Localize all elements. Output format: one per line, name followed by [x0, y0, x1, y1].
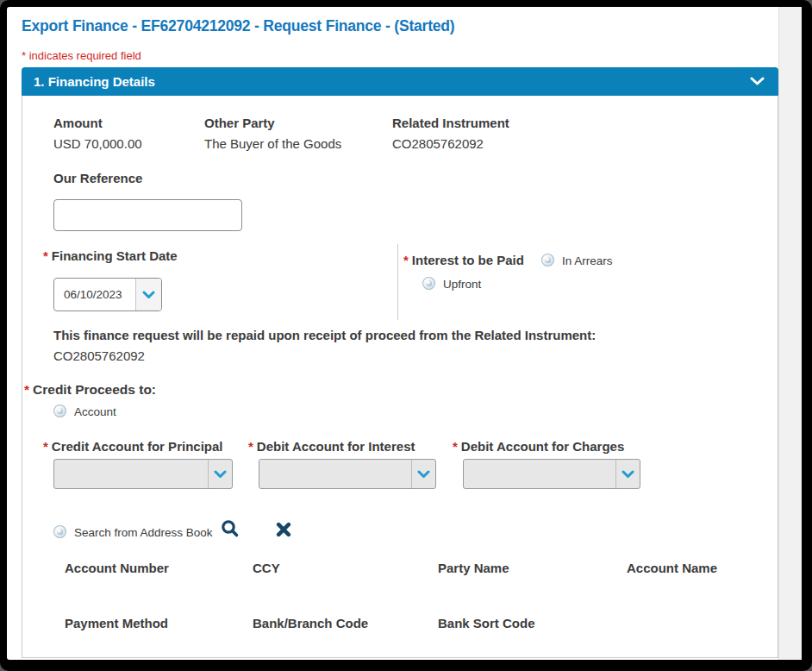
interest-to-be-paid-label: *Interest to be Paid: [403, 253, 524, 267]
party-name-label: Party Name: [438, 561, 509, 575]
related-instrument-value: CO2805762092: [392, 136, 484, 151]
section-header-financing-details[interactable]: 1. Financing Details: [22, 67, 778, 96]
repayment-note-instrument: CO2805762092: [53, 348, 145, 363]
required-asterisk: *: [24, 382, 29, 397]
radio-account-label[interactable]: Account: [74, 405, 116, 418]
financing-start-date-select[interactable]: 06/10/2023: [53, 278, 162, 311]
our-reference-label: Our Reference: [53, 171, 142, 185]
scroll-gutter[interactable]: [778, 7, 802, 660]
related-instrument-label: Related Instrument: [392, 116, 509, 130]
required-asterisk: *: [43, 248, 48, 263]
amount-label: Amount: [53, 116, 103, 130]
chevron-down-icon[interactable]: [615, 460, 640, 488]
chevron-down-icon[interactable]: [135, 279, 161, 310]
debit-account-charges-label: *Debit Account for Charges: [453, 439, 624, 454]
required-field-note: * indicates required field: [22, 49, 141, 62]
other-party-label: Other Party: [204, 116, 275, 130]
credit-account-principal-label: *Credit Account for Principal: [43, 439, 222, 454]
other-party-value: The Buyer of the Goods: [204, 136, 341, 151]
page-title: Export Finance - EF62704212092 - Request…: [22, 17, 454, 35]
amount-value: USD 70,000.00: [53, 136, 142, 151]
chevron-down-icon[interactable]: [411, 460, 435, 488]
credit-account-principal-select[interactable]: [53, 459, 233, 489]
debit-account-interest-label: *Debit Account for Interest: [248, 439, 415, 454]
radio-in-arrears-label[interactable]: In Arrears: [562, 254, 613, 267]
debit-account-interest-select[interactable]: [259, 459, 436, 489]
bank-branch-code-label: Bank/Branch Code: [253, 616, 368, 630]
clear-icon[interactable]: [276, 522, 291, 540]
bank-sort-code-label: Bank Sort Code: [438, 616, 535, 630]
credit-proceeds-label: *Credit Proceeds to:: [24, 382, 156, 398]
section-title: 1. Financing Details: [34, 74, 155, 89]
required-asterisk: *: [403, 253, 409, 267]
chevron-down-icon[interactable]: [208, 460, 232, 488]
repayment-note-text: This finance request will be repaid upon…: [53, 328, 596, 342]
our-reference-input[interactable]: [53, 199, 242, 231]
radio-upfront-label[interactable]: Upfront: [443, 278, 481, 291]
radio-search-address-book-label[interactable]: Search from Address Book: [74, 526, 213, 539]
app-window: Export Finance - EF62704212092 - Request…: [0, 0, 812, 671]
search-icon[interactable]: [221, 519, 240, 541]
required-asterisk: *: [248, 439, 253, 454]
radio-account[interactable]: [53, 404, 66, 417]
financing-start-date-label: *Financing Start Date: [43, 248, 178, 263]
radio-search-address-book[interactable]: [53, 525, 66, 538]
vertical-divider: [397, 244, 398, 320]
radio-upfront[interactable]: [422, 277, 435, 290]
chevron-down-icon[interactable]: [750, 77, 765, 86]
account-number-label: Account Number: [65, 561, 169, 575]
account-name-label: Account Name: [627, 561, 717, 575]
debit-account-charges-select[interactable]: [463, 459, 640, 489]
ccy-label: CCY: [253, 561, 280, 575]
required-asterisk: *: [43, 439, 48, 454]
required-asterisk: *: [453, 439, 458, 454]
payment-method-label: Payment Method: [65, 616, 168, 630]
radio-in-arrears[interactable]: [541, 254, 554, 267]
financing-start-date-value: 06/10/2023: [54, 288, 135, 301]
